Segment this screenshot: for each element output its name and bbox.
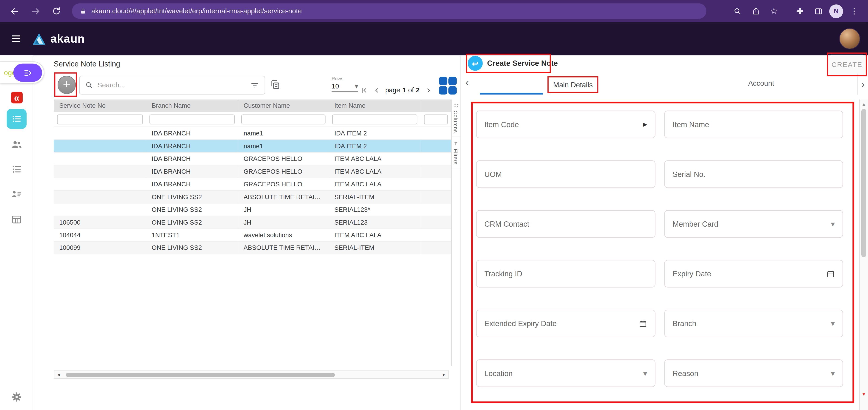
table-row[interactable]: ONE LIVING SS2 ABSOLUTE TIME RETAIL SDN … bbox=[54, 190, 451, 203]
scroll-down-icon[interactable]: ▼ bbox=[860, 391, 868, 397]
address-bar[interactable]: akaun.cloud/#/applet/tnt/wavelet/erp/int… bbox=[72, 3, 707, 19]
browser-chrome: akaun.cloud/#/applet/tnt/wavelet/erp/int… bbox=[0, 0, 868, 22]
tab-main-details[interactable]: Main Details bbox=[548, 76, 598, 93]
sidebar bbox=[0, 55, 33, 410]
share-icon[interactable] bbox=[748, 4, 763, 18]
calendar-icon[interactable] bbox=[827, 270, 835, 278]
table-row[interactable]: IDA BRANCH GRACEPOS HELLO ITEM ABC LALA bbox=[54, 152, 451, 165]
filter-input-branch-name[interactable] bbox=[149, 114, 235, 124]
branch-field[interactable]: Branch ▾ bbox=[664, 310, 843, 337]
tab-account[interactable]: Account bbox=[735, 79, 788, 87]
browser-profile-avatar[interactable]: N bbox=[829, 4, 843, 18]
rows-per-page-select[interactable]: Rows 10 ▾ bbox=[332, 76, 358, 92]
sidebar-item-contacts[interactable] bbox=[0, 189, 33, 200]
vertical-scrollbar[interactable]: ▲ ▼ bbox=[859, 99, 868, 410]
scroll-right-icon[interactable]: ► bbox=[442, 372, 446, 377]
filter-input-service-note-no[interactable] bbox=[57, 114, 143, 124]
item-code-field[interactable]: Item Code ▶ bbox=[476, 111, 655, 138]
reload-icon[interactable] bbox=[49, 3, 64, 19]
member-card-field[interactable]: Member Card ▾ bbox=[664, 210, 843, 238]
create-button[interactable]: CREATE bbox=[829, 55, 865, 75]
tracking-id-field[interactable]: Tracking ID bbox=[476, 260, 655, 287]
prev-page-icon[interactable] bbox=[371, 85, 381, 95]
sidebar-item-service-notes-active[interactable] bbox=[0, 109, 33, 129]
table-row[interactable]: 106500 ONE LIVING SS2 JH SERIAL123 bbox=[54, 216, 451, 228]
column-header-branch-name[interactable]: Branch Name bbox=[146, 99, 238, 112]
zoom-icon[interactable] bbox=[730, 4, 745, 18]
serial-no-field[interactable]: Serial No. bbox=[664, 161, 843, 188]
vertical-scrollbar-thumb[interactable] bbox=[861, 109, 866, 257]
column-header-service-note-no[interactable]: Service Note No bbox=[54, 99, 146, 112]
cell-branch: ONE LIVING SS2 bbox=[146, 190, 238, 203]
tabs-scroll-left-icon[interactable]: ‹ bbox=[466, 77, 469, 89]
scroll-up-icon[interactable]: ▲ bbox=[860, 102, 868, 107]
first-page-icon[interactable] bbox=[359, 85, 369, 95]
table-row[interactable]: 104044 1NTEST1 wavelet solutions ITEM AB… bbox=[54, 228, 451, 241]
horizontal-scrollbar[interactable]: ◄ ► bbox=[54, 370, 449, 379]
column-header-extra[interactable] bbox=[421, 99, 451, 112]
forward-icon[interactable] bbox=[28, 3, 43, 19]
sidebar-item-customers[interactable] bbox=[0, 138, 33, 150]
extensions-puzzle-icon[interactable] bbox=[793, 4, 807, 18]
grid-view-icon[interactable] bbox=[438, 76, 457, 95]
table-row[interactable]: IDA BRANCH GRACEPOS HELLO ITEM ABC LALA bbox=[54, 177, 451, 190]
extended-expiry-date-field[interactable]: Extended Expiry Date bbox=[476, 310, 655, 337]
column-header-item-name[interactable]: Item Name bbox=[329, 99, 421, 112]
dropdown-caret-icon[interactable]: ▾ bbox=[831, 369, 835, 377]
bookmark-star-icon[interactable]: ☆ bbox=[767, 4, 781, 18]
search-input[interactable] bbox=[97, 81, 246, 89]
cell-customer: GRACEPOS HELLO bbox=[238, 177, 329, 190]
item-name-field[interactable]: Item Name bbox=[664, 111, 843, 138]
scroll-left-icon[interactable]: ◄ bbox=[57, 372, 61, 377]
search-field bbox=[79, 76, 265, 95]
back-icon[interactable] bbox=[7, 3, 22, 19]
side-panel-icon[interactable] bbox=[811, 4, 825, 18]
hamburger-menu-icon[interactable] bbox=[8, 31, 24, 47]
sidebar-collapse-toggle[interactable] bbox=[13, 64, 42, 82]
copy-pages-icon[interactable] bbox=[270, 79, 281, 92]
dropdown-caret-icon[interactable]: ▾ bbox=[831, 319, 835, 327]
cell-item: SERIAL-ITEM bbox=[329, 241, 421, 254]
rows-value: 10 bbox=[332, 82, 339, 90]
cell-customer: GRACEPOS HELLO bbox=[238, 152, 329, 165]
table-row-selected[interactable]: IDA BRANCH name1 IDA ITEM 2 bbox=[54, 139, 451, 152]
browser-menu-icon[interactable]: ⋮ bbox=[847, 4, 861, 18]
dropdown-caret-icon[interactable]: ▾ bbox=[643, 369, 647, 377]
filter-input-customer-name[interactable] bbox=[241, 114, 326, 124]
tabs-scroll-right-icon[interactable]: › bbox=[858, 74, 868, 95]
calendar-icon[interactable] bbox=[639, 319, 647, 328]
table-row[interactable]: ONE LIVING SS2 JH SERIAL123* bbox=[54, 203, 451, 215]
column-header-customer-name[interactable]: Customer Name bbox=[238, 99, 329, 112]
sidebar-item-pdf[interactable] bbox=[0, 92, 33, 103]
cell-no bbox=[54, 152, 146, 165]
filters-tab[interactable]: Filters bbox=[452, 137, 460, 169]
columns-tab[interactable]: Columns bbox=[452, 99, 460, 137]
crm-contact-label: CRM Contact bbox=[484, 220, 529, 228]
user-avatar[interactable] bbox=[839, 28, 861, 49]
next-page-icon[interactable] bbox=[424, 85, 433, 95]
filter-input-extra[interactable] bbox=[424, 114, 448, 124]
table-row[interactable]: 100099 ONE LIVING SS2 ABSOLUTE TIME RETA… bbox=[54, 241, 451, 254]
location-field[interactable]: Location ▾ bbox=[476, 360, 655, 387]
uom-field[interactable]: UOM bbox=[476, 161, 655, 188]
sidebar-item-settings[interactable] bbox=[0, 391, 33, 403]
back-button[interactable]: ↩ bbox=[468, 56, 483, 71]
table-row[interactable]: IDA BRANCH name1 IDA ITEM 2 bbox=[54, 127, 451, 139]
cell-item: SERIAL123* bbox=[329, 203, 421, 215]
cell-no bbox=[54, 165, 146, 177]
horizontal-scrollbar-thumb[interactable] bbox=[66, 373, 335, 377]
crm-contact-field[interactable]: CRM Contact bbox=[476, 210, 655, 238]
sidebar-item-list[interactable] bbox=[0, 164, 33, 175]
filter-list-icon[interactable] bbox=[250, 81, 259, 90]
filter-input-item-name[interactable] bbox=[332, 114, 417, 124]
table-row[interactable]: IDA BRANCH GRACEPOS HELLO ITEM ABC LALA bbox=[54, 165, 451, 177]
expand-play-icon[interactable]: ▶ bbox=[643, 122, 647, 127]
cell-no bbox=[54, 127, 146, 139]
reason-field[interactable]: Reason ▾ bbox=[664, 360, 843, 387]
add-service-note-button[interactable] bbox=[58, 76, 76, 94]
sidebar-item-table[interactable] bbox=[0, 214, 33, 225]
screen: akaun.cloud/#/applet/tnt/wavelet/erp/int… bbox=[0, 0, 868, 410]
dropdown-caret-icon[interactable]: ▾ bbox=[831, 220, 835, 228]
expiry-date-field[interactable]: Expiry Date bbox=[664, 260, 843, 287]
cell-customer: JH bbox=[238, 216, 329, 228]
